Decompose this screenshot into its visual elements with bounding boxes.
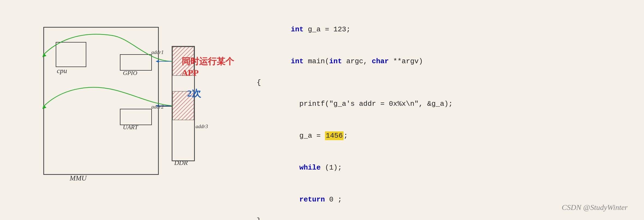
svg-text:addr2: addr2 (151, 104, 164, 110)
svg-rect-2 (120, 55, 152, 70)
svg-marker-12 (42, 105, 46, 109)
code-line-4: printf("g_a's addr = 0x%x\n", &g_a); (257, 88, 628, 120)
svg-rect-0 (44, 27, 158, 174)
right-content-area: int g_a = 123; int main(int argc, char *… (257, 11, 628, 209)
svg-text:cpu: cpu (57, 67, 67, 75)
diagram-svg: cpu MMU GPIO addr1 UART addr2 DDR addr3 (16, 11, 240, 202)
svg-marker-11 (42, 53, 46, 57)
svg-text:addr3: addr3 (196, 123, 208, 129)
diagram-area: cpu MMU GPIO addr1 UART addr2 DDR addr3 … (16, 11, 240, 202)
svg-text:GPIO: GPIO (123, 70, 137, 76)
svg-text:addr1: addr1 (151, 49, 164, 55)
svg-text:UART: UART (123, 124, 138, 131)
code-block: int g_a = 123; int main(int argc, char *… (257, 11, 628, 220)
watermark: CSDN @StudyWinter (562, 203, 628, 212)
code-line-8: } (257, 216, 628, 220)
svg-text:DDR: DDR (174, 159, 188, 166)
svg-rect-3 (120, 109, 152, 125)
code-line-3: { (257, 77, 628, 88)
code-line-6: while (1); (257, 152, 628, 184)
svg-marker-16 (156, 104, 159, 107)
code-line-1: int g_a = 123; (257, 14, 628, 46)
code-line-5: g_a = 1456; (257, 120, 628, 152)
svg-text:MMU: MMU (69, 174, 87, 182)
code-line-2: int main(int argc, char **argv) (257, 46, 628, 77)
svg-rect-1 (56, 42, 86, 67)
svg-marker-14 (156, 60, 159, 63)
red-annotation: 同时运行某个APP (182, 56, 240, 79)
blue-annotation: 2次 (187, 87, 201, 100)
